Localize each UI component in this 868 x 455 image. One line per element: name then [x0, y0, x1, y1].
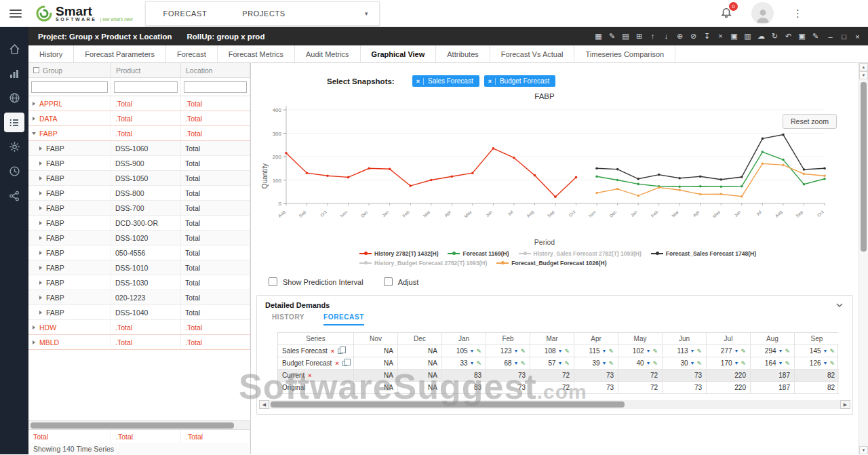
- chip-remove-icon[interactable]: ×: [416, 78, 424, 85]
- decrease-arrow-icon[interactable]: ▼: [470, 361, 475, 365]
- tab-history[interactable]: History: [28, 45, 74, 62]
- legend-item[interactable]: Forecast 1169(H): [448, 250, 509, 257]
- demand-value-cell[interactable]: 126▼✎: [795, 357, 839, 370]
- chip-remove-icon[interactable]: ×: [488, 78, 496, 85]
- decrease-arrow-icon[interactable]: ▼: [646, 361, 651, 365]
- tree-row[interactable]: FABP020-1223Total: [28, 290, 250, 305]
- demand-value-cell[interactable]: 102▼✎: [618, 345, 663, 357]
- tree-row[interactable]: MBLD.Total.Total: [28, 335, 250, 350]
- delete-icon[interactable]: ×: [716, 33, 725, 40]
- decrease-arrow-icon[interactable]: ▼: [690, 349, 695, 353]
- remove-series-icon[interactable]: ×: [308, 372, 311, 379]
- row-expander-icon[interactable]: [39, 176, 42, 180]
- legend-item[interactable]: History 2782(T) 1432(H): [359, 250, 438, 257]
- row-expander-icon[interactable]: [39, 311, 42, 315]
- tab-graphical-view[interactable]: Graphical View: [361, 45, 437, 62]
- decrease-arrow-icon[interactable]: ▼: [514, 361, 519, 365]
- collapse-chevron-icon[interactable]: [836, 301, 843, 309]
- row-expander-icon[interactable]: [39, 266, 42, 270]
- row-expander-icon[interactable]: [32, 132, 36, 135]
- demand-value-cell[interactable]: 30▼✎: [663, 357, 707, 370]
- edit-cell-icon[interactable]: ✎: [785, 360, 790, 367]
- tree-row[interactable]: FABPDSS-1030Total: [28, 275, 250, 290]
- demand-value-cell[interactable]: NA: [398, 345, 442, 357]
- rail-item-share[interactable]: [4, 186, 24, 205]
- row-expander-icon[interactable]: [39, 236, 42, 240]
- snapshot-chip[interactable]: ×Sales Forecast: [412, 75, 479, 87]
- edit-cell-icon[interactable]: ✎: [564, 348, 570, 355]
- topnav-item-projects[interactable]: PROJECTS: [224, 9, 302, 18]
- edit-cell-icon[interactable]: ✎: [608, 360, 614, 367]
- demand-value-cell[interactable]: 164▼✎: [751, 357, 795, 370]
- columns-icon[interactable]: ▥: [743, 33, 752, 40]
- copy-series-icon[interactable]: [338, 349, 342, 354]
- snapshot-chip[interactable]: ×Budget Forecast: [484, 75, 556, 87]
- notifications-button[interactable]: 0: [720, 6, 732, 20]
- demand-value-cell[interactable]: 170▼✎: [707, 357, 751, 370]
- demand-value-cell[interactable]: NA: [398, 357, 442, 370]
- save-icon[interactable]: ⊞: [635, 33, 644, 40]
- demand-value-cell[interactable]: 123▼✎: [486, 345, 530, 357]
- decrease-arrow-icon[interactable]: ▼: [558, 349, 563, 353]
- row-expander-icon[interactable]: [33, 117, 35, 121]
- location-filter-input[interactable]: [184, 81, 247, 93]
- tab-forecast-parameters[interactable]: Forecast Parameters: [74, 45, 166, 62]
- edit-cell-icon[interactable]: ✎: [652, 348, 658, 355]
- edit-cell-icon[interactable]: ✎: [829, 348, 835, 355]
- decrease-arrow-icon[interactable]: ▼: [734, 361, 739, 365]
- scroll-up-button[interactable]: ▲: [859, 63, 868, 71]
- edit-cell-icon[interactable]: ✎: [741, 360, 746, 367]
- tree-row[interactable]: FABPDSS-800Total: [28, 186, 250, 201]
- clear-icon[interactable]: ⊘: [689, 33, 698, 40]
- demand-tab-forecast[interactable]: FORECAST: [323, 313, 364, 325]
- edit-cell-icon[interactable]: ✎: [608, 348, 614, 355]
- tree-row[interactable]: FABPDSS-900Total: [28, 156, 250, 171]
- row-expander-icon[interactable]: [39, 146, 42, 151]
- demand-value-cell[interactable]: 115▼✎: [574, 345, 618, 357]
- demand-value-cell[interactable]: 277▼✎: [707, 345, 751, 357]
- legend-item[interactable]: History_Budget Forecast 2782(T) 1093(H): [359, 260, 487, 266]
- link-icon[interactable]: ⊕: [675, 33, 684, 40]
- tab-timeseries-comparison[interactable]: Timeseries Comparison: [574, 45, 675, 62]
- hamburger-menu-icon[interactable]: [9, 7, 22, 20]
- rail-item-globe[interactable]: [4, 88, 24, 108]
- row-expander-icon[interactable]: [33, 340, 35, 344]
- scroll-down-button-top[interactable]: ▼: [859, 71, 868, 79]
- row-expander-icon[interactable]: [39, 191, 42, 195]
- rail-item-home[interactable]: [4, 39, 24, 59]
- tree-row[interactable]: DATA.Total.Total: [28, 111, 250, 126]
- demand-value-cell[interactable]: 40▼✎: [618, 357, 663, 370]
- decrease-arrow-icon[interactable]: ▼: [602, 349, 607, 353]
- decrease-arrow-icon[interactable]: ▼: [823, 361, 828, 365]
- user-avatar[interactable]: [751, 2, 774, 24]
- decrease-arrow-icon[interactable]: ▼: [514, 349, 519, 353]
- nav-dropdown-caret-icon[interactable]: ▾: [365, 10, 368, 17]
- close-window-button[interactable]: ×: [852, 33, 863, 41]
- calculator-icon[interactable]: ▦: [594, 33, 603, 40]
- tree-row[interactable]: FABPDSS-1020Total: [28, 231, 250, 245]
- row-expander-icon[interactable]: [33, 102, 35, 106]
- edit-cell-icon[interactable]: ✎: [476, 360, 481, 367]
- product-filter-input[interactable]: [114, 81, 178, 93]
- tree-row[interactable]: FABPDCD-300-ORTotal: [28, 216, 250, 231]
- topnav-item-forecast[interactable]: FORECAST: [146, 9, 225, 18]
- demand-value-cell[interactable]: 108▼✎: [530, 345, 574, 357]
- tree-row[interactable]: FABPDSS-1010Total: [28, 260, 250, 275]
- demand-value-cell[interactable]: 33▼✎: [442, 357, 486, 370]
- demand-tab-history[interactable]: HISTORY: [272, 313, 304, 325]
- download-icon[interactable]: ↓: [662, 33, 671, 40]
- export-icon[interactable]: ↧: [703, 33, 711, 40]
- scroll-down-button[interactable]: ▼: [859, 446, 868, 454]
- edit-cell-icon[interactable]: ✎: [520, 348, 526, 355]
- edit-cell-icon[interactable]: ✎: [785, 348, 790, 355]
- legend-item[interactable]: Forecast_Sales Forecast 1748(H): [651, 250, 756, 257]
- legend-item[interactable]: Forecast_Budget Forecast 1026(H): [496, 260, 606, 266]
- decrease-arrow-icon[interactable]: ▼: [602, 361, 607, 365]
- decrease-arrow-icon[interactable]: ▼: [734, 349, 739, 353]
- tree-row[interactable]: HDW.Total.Total: [28, 320, 250, 335]
- vertical-scrollbar-thumb[interactable]: [861, 82, 867, 252]
- copy-series-icon[interactable]: [342, 361, 347, 366]
- edit-cell-icon[interactable]: ✎: [520, 360, 526, 367]
- legend-item[interactable]: History_Sales Forecast 2782(T) 1093(H): [519, 250, 642, 257]
- demand-scrollbar-thumb[interactable]: [271, 401, 625, 408]
